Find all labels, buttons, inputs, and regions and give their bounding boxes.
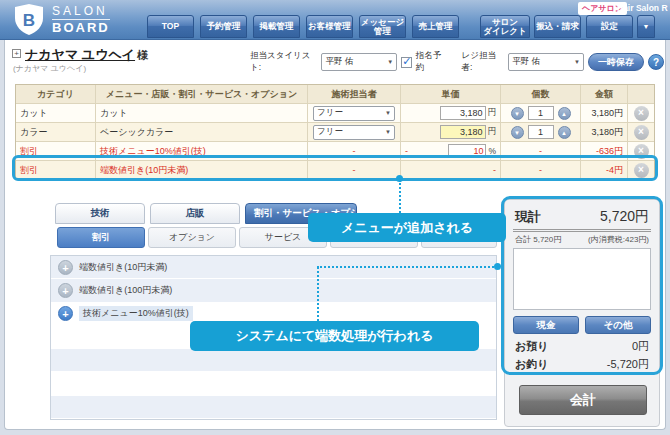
logo-salon-text: SALON xyxy=(52,4,110,20)
payment-summary-panel: 現計 5,720円 合計 5,720円 (内消費税:423円) 現金 その他 お… xyxy=(504,199,660,427)
tab-retail[interactable]: 店販 xyxy=(150,203,240,224)
shield-logo-icon: B xyxy=(12,3,46,36)
list-empty-row xyxy=(51,396,496,419)
nominate-label: 指名予約 xyxy=(416,50,448,74)
staff-select[interactable]: フリー xyxy=(313,125,395,140)
order-table-header: カテゴリ メニュー・店販・割引・サービス・オプション 施術担当者 単価 個数 金… xyxy=(16,85,654,103)
qty-decrease-button[interactable] xyxy=(511,107,524,120)
callout-rounding: システムにて端数処理が行われる xyxy=(190,321,479,351)
connector-line xyxy=(399,180,401,213)
subtab-discount[interactable]: 割引 xyxy=(57,227,145,248)
table-row-color: カラー ベーシックカラー フリー 3,180円 1 3,180円 xyxy=(16,122,654,141)
add-item-icon[interactable] xyxy=(58,283,73,298)
nav-tab-sales[interactable]: 売上管理 xyxy=(412,15,459,38)
nav-tab-top[interactable]: TOP xyxy=(147,15,194,38)
subtotal-label: 現計 xyxy=(515,208,541,226)
logo-board-text: BOARD xyxy=(52,20,110,35)
account-name: Hair Salon R xyxy=(617,3,668,13)
subtotal-value: 5,720円 xyxy=(600,208,649,226)
table-row-percent-discount: 割引 技術メニュー10%値引(技) - -10% - -636円 xyxy=(16,141,654,160)
unit-price-input[interactable]: 3,180 xyxy=(440,125,486,139)
deposit-value: 0円 xyxy=(632,339,649,354)
remove-row-icon[interactable] xyxy=(634,163,649,178)
table-row-rounding-discount: 割引 端数値引き(10円未満) - - - -4円 xyxy=(16,160,654,179)
add-item-icon[interactable] xyxy=(58,306,73,321)
register-staff-label: レジ担当者: xyxy=(461,50,504,74)
list-empty-row xyxy=(51,372,496,395)
nav-tab-salon-direct[interactable]: サロンダイレクト xyxy=(480,15,530,38)
cash-button[interactable]: 現金 xyxy=(513,316,579,334)
customer-kana: (ナカヤマ ユウヘイ) xyxy=(13,63,86,74)
chevron-down-icon xyxy=(385,129,391,135)
qty-increase-button[interactable] xyxy=(558,107,571,120)
connector-line xyxy=(317,266,497,268)
discount-percent-input[interactable]: 10 xyxy=(448,144,486,158)
qty-input[interactable]: 1 xyxy=(528,125,554,139)
nav-tab-transfer-billing[interactable]: 振込・請求 xyxy=(534,15,581,38)
order-table: カテゴリ メニュー・店販・割引・サービス・オプション 施術担当者 単価 個数 金… xyxy=(15,84,655,180)
change-label: お釣り xyxy=(515,357,549,372)
remove-row-icon[interactable] xyxy=(634,106,649,121)
customer-honorific: 様 xyxy=(137,48,148,63)
connector-line xyxy=(317,267,319,321)
nav-tab-listings[interactable]: 掲載管理 xyxy=(253,15,300,38)
tab-technical[interactable]: 技術 xyxy=(55,203,145,224)
nav-tab-settings[interactable]: 設定 xyxy=(586,15,633,38)
qty-decrease-button[interactable] xyxy=(511,126,524,139)
nav-tab-messages[interactable]: メッセージ管理 xyxy=(359,15,406,38)
connector-dot xyxy=(494,263,501,270)
stylist-select[interactable]: 平野 佑 xyxy=(321,53,397,71)
other-payment-button[interactable]: その他 xyxy=(585,316,651,334)
list-item-rounding-100[interactable]: 端数値引き(100円未満) xyxy=(51,279,496,302)
qty-increase-button[interactable] xyxy=(558,126,571,139)
callout-menu-added: メニューが追加される xyxy=(308,213,506,242)
nav-more-dropdown-icon[interactable] xyxy=(637,15,655,38)
stylist-label: 担当スタイリスト: xyxy=(250,50,317,74)
summary-divider xyxy=(513,229,651,232)
customer-name-link[interactable]: ナカヤマ ユウヘイ様 xyxy=(25,46,148,64)
help-icon[interactable] xyxy=(648,54,664,70)
nominate-checkbox[interactable] xyxy=(401,57,411,68)
payment-entries-box xyxy=(513,248,651,310)
svg-text:B: B xyxy=(23,11,35,30)
qty-input[interactable]: 1 xyxy=(528,106,554,120)
chevron-down-icon xyxy=(385,110,391,116)
app-header: B SALON BOARD ヘアサロン Hair Salon R TOP 予約管… xyxy=(0,0,670,40)
tax-note: (内消費税:423円) xyxy=(588,234,649,245)
salon-board-logo: B SALON BOARD xyxy=(12,3,110,36)
list-empty-row xyxy=(51,349,496,372)
nav-tab-reservations[interactable]: 予約管理 xyxy=(200,15,247,38)
remove-row-icon[interactable] xyxy=(634,144,649,159)
chevron-down-icon xyxy=(387,59,393,65)
unit-price-input[interactable]: 3,180 xyxy=(440,106,486,120)
chevron-down-icon xyxy=(574,59,580,65)
deposit-label: お預り xyxy=(515,339,549,354)
register-staff-select[interactable]: 平野 佑 xyxy=(508,53,584,71)
change-value: -5,720円 xyxy=(607,357,649,372)
temp-save-button[interactable]: 一時保存 xyxy=(588,53,644,71)
subtab-option[interactable]: オプション xyxy=(148,227,236,248)
checkout-button[interactable]: 会計 xyxy=(519,385,647,415)
table-row-cut: カット カット フリー 3,180円 1 3,180円 xyxy=(16,103,654,122)
salon-board-register-screen: B SALON BOARD ヘアサロン Hair Salon R TOP 予約管… xyxy=(0,0,670,435)
add-item-icon[interactable] xyxy=(58,260,73,275)
remove-row-icon[interactable] xyxy=(634,125,649,140)
staff-select[interactable]: フリー xyxy=(313,106,395,121)
total-label: 合計 5,720円 xyxy=(515,234,561,245)
nav-tab-customers[interactable]: お客様管理 xyxy=(306,15,353,38)
customer-expand-icon[interactable] xyxy=(12,49,21,58)
